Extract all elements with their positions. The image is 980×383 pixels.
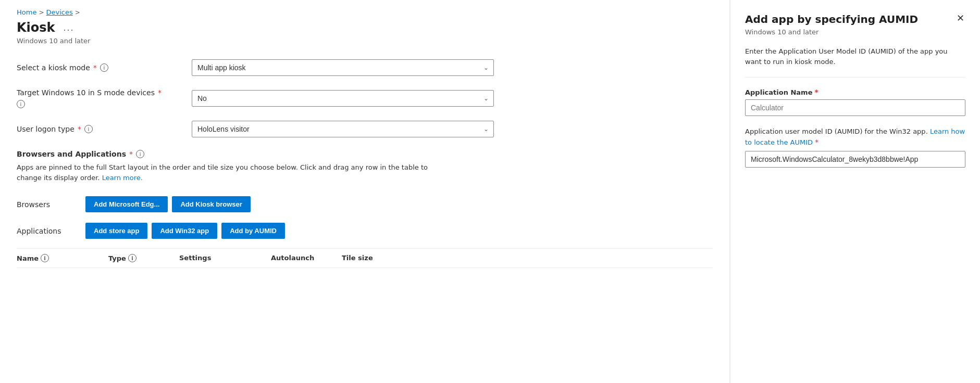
target-windows-label-wrapper: Target Windows 10 in S mode devices * i xyxy=(17,88,162,108)
target-windows-select-wrapper: No Yes ⌄ xyxy=(192,90,494,107)
aumid-required: * xyxy=(815,138,818,146)
more-options-button[interactable]: ... xyxy=(61,21,77,34)
browsers-apps-info-icon[interactable]: i xyxy=(136,150,144,158)
app-name-label: Application Name * xyxy=(745,88,965,96)
browsers-apps-required: * xyxy=(129,150,133,158)
page-title-row: Kiosk ... xyxy=(17,20,713,35)
breadcrumb-sep1: > xyxy=(39,9,44,16)
target-windows-label-group: Target Windows 10 in S mode devices * i xyxy=(17,88,183,108)
col-tilesize: Tile size xyxy=(342,254,394,262)
panel-subtitle: Windows 10 and later xyxy=(745,28,965,36)
page-title: Kiosk xyxy=(17,20,55,35)
kiosk-mode-label: Select a kiosk mode xyxy=(17,63,90,72)
col-autolaunch: Autolaunch xyxy=(271,254,333,262)
add-store-app-button[interactable]: Add store app xyxy=(85,223,147,239)
aumid-description: Application user model ID (AUMID) for th… xyxy=(745,126,965,148)
breadcrumb: Home > Devices > xyxy=(17,8,713,16)
target-windows-field-row: Target Windows 10 in S mode devices * i … xyxy=(17,88,713,108)
breadcrumb-devices[interactable]: Devices xyxy=(46,8,72,16)
browsers-row: Browsers Add Microsoft Edg... Add Kiosk … xyxy=(17,191,713,218)
kiosk-mode-field-row: Select a kiosk mode * i Multi app kiosk … xyxy=(17,59,713,76)
kiosk-mode-required: * xyxy=(93,63,97,72)
browsers-btn-group: Add Microsoft Edg... Add Kiosk browser xyxy=(85,196,251,212)
target-windows-required: * xyxy=(158,88,162,97)
kiosk-mode-select-wrapper: Multi app kiosk Single app kiosk ⌄ xyxy=(192,59,494,76)
kiosk-mode-select[interactable]: Multi app kiosk Single app kiosk xyxy=(192,59,494,76)
col-type-info-icon[interactable]: i xyxy=(128,254,137,262)
user-logon-label: User logon type xyxy=(17,125,75,133)
breadcrumb-sep2: > xyxy=(75,9,80,16)
learn-more-link[interactable]: Learn more. xyxy=(102,174,143,182)
browsers-label: Browsers xyxy=(17,200,79,209)
app-name-required: * xyxy=(814,88,818,96)
user-logon-label-group: User logon type * i xyxy=(17,125,183,133)
close-panel-button[interactable]: ✕ xyxy=(956,12,965,24)
aumid-field: Application user model ID (AUMID) for th… xyxy=(745,126,965,168)
browsers-apps-section: Browsers and Applications * i Apps are p… xyxy=(17,150,713,268)
panel-divider-1 xyxy=(745,77,965,78)
panel-description: Enter the Application User Model ID (AUM… xyxy=(745,46,965,67)
applications-btn-group: Add store app Add Win32 app Add by AUMID xyxy=(85,223,285,239)
col-type: Type i xyxy=(108,254,171,262)
apps-table-header: Name i Type i Settings Autolaunch Tile s… xyxy=(17,248,713,268)
left-panel: Home > Devices > Kiosk ... Windows 10 an… xyxy=(0,0,730,383)
add-win32-app-button[interactable]: Add Win32 app xyxy=(152,223,217,239)
panel-header: Add app by specifying AUMID ✕ xyxy=(745,12,965,26)
target-windows-select[interactable]: No Yes xyxy=(192,90,494,107)
app-name-input[interactable] xyxy=(745,99,965,116)
right-panel: Add app by specifying AUMID ✕ Windows 10… xyxy=(730,0,980,383)
applications-row: Applications Add store app Add Win32 app… xyxy=(17,218,713,244)
col-settings: Settings xyxy=(179,254,263,262)
target-windows-info-icon[interactable]: i xyxy=(17,100,25,108)
user-logon-select-wrapper: HoloLens visitor Azure AD user Auto logo… xyxy=(192,121,494,137)
user-logon-required: * xyxy=(78,125,81,133)
applications-label: Applications xyxy=(17,227,79,235)
aumid-input[interactable] xyxy=(745,151,965,168)
kiosk-mode-label-group: Select a kiosk mode * i xyxy=(17,63,183,72)
breadcrumb-home[interactable]: Home xyxy=(17,8,36,16)
browsers-apps-label-row: Browsers and Applications * i xyxy=(17,150,713,158)
col-name-info-icon[interactable]: i xyxy=(41,254,49,262)
add-by-aumid-button[interactable]: Add by AUMID xyxy=(221,223,285,239)
browsers-apps-description: Apps are pinned to the full Start layout… xyxy=(17,162,444,183)
browsers-apps-label: Browsers and Applications xyxy=(17,150,126,158)
user-logon-info-icon[interactable]: i xyxy=(84,125,93,133)
user-logon-select[interactable]: HoloLens visitor Azure AD user Auto logo… xyxy=(192,121,494,137)
add-kiosk-browser-button[interactable]: Add Kiosk browser xyxy=(172,196,250,212)
kiosk-mode-info-icon[interactable]: i xyxy=(100,63,108,72)
col-name: Name i xyxy=(17,254,100,262)
target-windows-label: Target Windows 10 in S mode devices xyxy=(17,88,155,97)
panel-title: Add app by specifying AUMID xyxy=(745,12,956,26)
user-logon-field-row: User logon type * i HoloLens visitor Azu… xyxy=(17,121,713,137)
app-name-field: Application Name * xyxy=(745,88,965,116)
page-subtitle: Windows 10 and later xyxy=(17,37,713,45)
add-edge-button[interactable]: Add Microsoft Edg... xyxy=(85,196,168,212)
